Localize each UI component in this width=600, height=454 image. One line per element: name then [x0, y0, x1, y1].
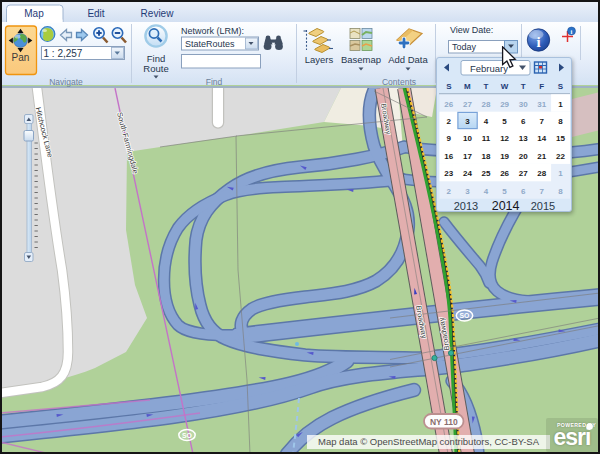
svg-text:25: 25 [482, 169, 491, 178]
svg-text:SO: SO [460, 312, 470, 319]
svg-text:i: i [536, 34, 540, 50]
svg-text:26: 26 [500, 169, 509, 178]
svg-text:S: S [446, 82, 452, 91]
svg-text:31: 31 [537, 100, 546, 109]
svg-text:2: 2 [447, 117, 452, 126]
svg-text:21: 21 [537, 152, 546, 161]
svg-text:27: 27 [519, 169, 528, 178]
svg-text:4: 4 [484, 187, 489, 196]
svg-text:20: 20 [519, 152, 528, 161]
svg-text:26: 26 [444, 100, 453, 109]
svg-text:Today: Today [452, 42, 477, 52]
svg-text:2: 2 [447, 187, 452, 196]
svg-text:6: 6 [521, 117, 526, 126]
svg-text:2015: 2015 [531, 200, 555, 211]
svg-text:Layers: Layers [305, 54, 334, 65]
svg-text:13: 13 [519, 134, 528, 143]
svg-text:7: 7 [540, 187, 545, 196]
svg-text:Review: Review [141, 8, 175, 19]
svg-text:23: 23 [444, 169, 453, 178]
svg-text:11: 11 [482, 134, 491, 143]
svg-text:NY 110: NY 110 [430, 417, 458, 427]
svg-text:6: 6 [521, 187, 526, 196]
svg-text:15: 15 [556, 134, 565, 143]
svg-text:9: 9 [447, 134, 452, 143]
svg-text:Network (LRM):: Network (LRM): [181, 26, 244, 36]
svg-text:16: 16 [444, 152, 453, 161]
svg-text:8: 8 [558, 117, 563, 126]
svg-text:S: S [558, 82, 564, 91]
svg-text:Pan: Pan [12, 52, 30, 63]
svg-text:12: 12 [500, 134, 509, 143]
svg-text:Edit: Edit [87, 8, 104, 19]
svg-text:2014: 2014 [492, 199, 520, 211]
svg-text:Find: Find [206, 77, 223, 87]
svg-text:W: W [501, 82, 509, 91]
svg-text:4: 4 [484, 117, 489, 126]
svg-text:3: 3 [465, 117, 470, 126]
svg-text:27: 27 [463, 100, 472, 109]
svg-text:F: F [539, 82, 544, 91]
svg-text:14: 14 [537, 134, 546, 143]
svg-text:29: 29 [500, 100, 509, 109]
svg-text:22: 22 [556, 152, 565, 161]
svg-text:Map: Map [24, 8, 44, 19]
svg-text:i: i [571, 28, 573, 35]
svg-text:SO: SO [182, 432, 192, 439]
svg-text:T: T [484, 82, 489, 91]
svg-text:Contents: Contents [382, 77, 416, 87]
svg-text:Route: Route [143, 63, 168, 74]
svg-text:Add Data: Add Data [388, 54, 428, 65]
svg-text:28: 28 [482, 100, 491, 109]
svg-text:30: 30 [519, 100, 528, 109]
svg-text:1: 1 [558, 169, 563, 178]
svg-text:5: 5 [502, 117, 507, 126]
svg-text:19: 19 [500, 152, 509, 161]
svg-text:View Date:: View Date: [450, 25, 493, 35]
svg-text:17: 17 [463, 152, 472, 161]
svg-text:7: 7 [540, 117, 545, 126]
svg-text:StateRoutes: StateRoutes [185, 39, 235, 49]
svg-text:5: 5 [502, 187, 507, 196]
svg-text:18: 18 [482, 152, 491, 161]
svg-text:24: 24 [463, 169, 472, 178]
svg-text:1 : 2,257: 1 : 2,257 [44, 48, 83, 59]
svg-text:M: M [464, 82, 471, 91]
svg-text:8: 8 [558, 187, 563, 196]
svg-text:1: 1 [558, 100, 563, 109]
svg-text:2013: 2013 [454, 200, 478, 211]
svg-text:3: 3 [465, 187, 470, 196]
svg-text:Basemap: Basemap [341, 54, 381, 65]
svg-text:28: 28 [537, 169, 546, 178]
svg-text:Navigate: Navigate [49, 77, 83, 87]
svg-text:10: 10 [463, 134, 472, 143]
svg-text:T: T [521, 82, 526, 91]
